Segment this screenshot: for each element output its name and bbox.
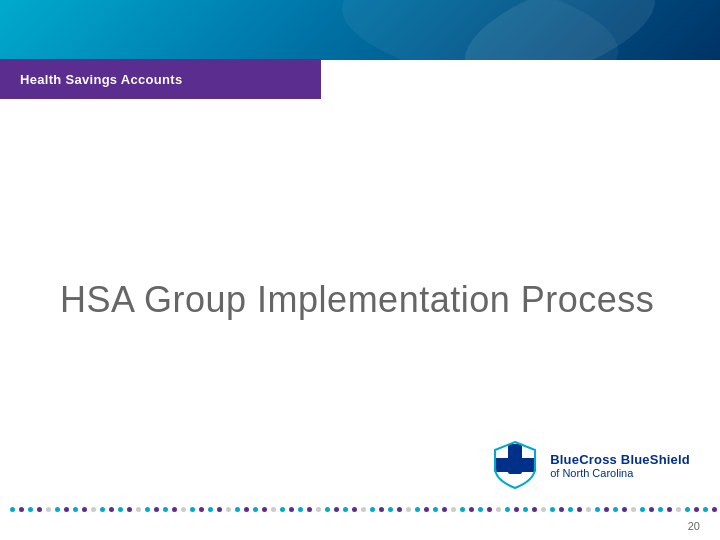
bottom-dot (469, 507, 474, 512)
bottom-dot (127, 507, 132, 512)
bottom-dot (352, 507, 357, 512)
svg-rect-1 (494, 458, 536, 472)
header-label-text: Health Savings Accounts (20, 72, 182, 87)
logo-area: BlueCross BlueShield of North Carolina (490, 440, 690, 490)
bottom-dot (226, 507, 231, 512)
bottom-dot (550, 507, 555, 512)
bottom-dot (298, 507, 303, 512)
bcbs-shield-icon (490, 440, 540, 490)
bottom-dot (199, 507, 204, 512)
bottom-dot (64, 507, 69, 512)
bottom-dot (496, 507, 501, 512)
bottom-dot (325, 507, 330, 512)
bottom-dot (694, 507, 699, 512)
bottom-dot (163, 507, 168, 512)
bottom-dot (487, 507, 492, 512)
bottom-dot (703, 507, 708, 512)
page-number: 20 (688, 520, 700, 532)
top-banner (0, 0, 720, 60)
bottom-dot (172, 507, 177, 512)
bottom-dot (118, 507, 123, 512)
bottom-dot (577, 507, 582, 512)
bottom-dot (478, 507, 483, 512)
bottom-dot (415, 507, 420, 512)
bottom-dot (613, 507, 618, 512)
bottom-dot (253, 507, 258, 512)
bottom-dot (217, 507, 222, 512)
bottom-dot (154, 507, 159, 512)
bottom-dot (586, 507, 591, 512)
main-title: HSA Group Implementation Process (60, 279, 654, 321)
bottom-dot (712, 507, 717, 512)
bottom-dot (280, 507, 285, 512)
bottom-dot (460, 507, 465, 512)
bottom-dot (190, 507, 195, 512)
bottom-dot (145, 507, 150, 512)
bottom-dot (307, 507, 312, 512)
bottom-dot (397, 507, 402, 512)
bottom-dot (523, 507, 528, 512)
bottom-dot (46, 507, 51, 512)
bottom-dot (559, 507, 564, 512)
bottom-dot (433, 507, 438, 512)
bottom-dot (406, 507, 411, 512)
bottom-dot (640, 507, 645, 512)
bottom-dot (55, 507, 60, 512)
bottom-dots (0, 506, 720, 512)
bottom-dot (424, 507, 429, 512)
bottom-dot (361, 507, 366, 512)
bottom-dot (109, 507, 114, 512)
bottom-dot (289, 507, 294, 512)
logo-line1: BlueCross BlueShield (550, 452, 690, 467)
bcbs-logo-text: BlueCross BlueShield of North Carolina (550, 452, 690, 479)
bottom-dot (658, 507, 663, 512)
bottom-dot (244, 507, 249, 512)
bottom-dot (343, 507, 348, 512)
bottom-dot (514, 507, 519, 512)
bottom-dot (676, 507, 681, 512)
bottom-dot (28, 507, 33, 512)
bottom-dot (73, 507, 78, 512)
bottom-dot (100, 507, 105, 512)
bottom-dot (604, 507, 609, 512)
bottom-dot (235, 507, 240, 512)
bottom-dot (541, 507, 546, 512)
bottom-dot (649, 507, 654, 512)
bottom-dot (136, 507, 141, 512)
bottom-dot (379, 507, 384, 512)
bottom-dot (334, 507, 339, 512)
bottom-dot (595, 507, 600, 512)
bottom-dot (667, 507, 672, 512)
header-label-bar: Health Savings Accounts (0, 59, 321, 99)
bottom-dot (388, 507, 393, 512)
bottom-dot (316, 507, 321, 512)
bottom-dot (442, 507, 447, 512)
bottom-dot (532, 507, 537, 512)
bottom-dot (10, 507, 15, 512)
bottom-dot (568, 507, 573, 512)
bottom-dot (451, 507, 456, 512)
bottom-dot (82, 507, 87, 512)
logo-line3: of North Carolina (550, 467, 690, 479)
bottom-dot (19, 507, 24, 512)
bottom-dot (685, 507, 690, 512)
bottom-dot (505, 507, 510, 512)
bottom-dot (271, 507, 276, 512)
bottom-dot (370, 507, 375, 512)
bottom-dot (262, 507, 267, 512)
bottom-dot (622, 507, 627, 512)
bottom-dot (181, 507, 186, 512)
bottom-dot (631, 507, 636, 512)
bottom-dot (37, 507, 42, 512)
bottom-dot (91, 507, 96, 512)
bottom-dot (208, 507, 213, 512)
